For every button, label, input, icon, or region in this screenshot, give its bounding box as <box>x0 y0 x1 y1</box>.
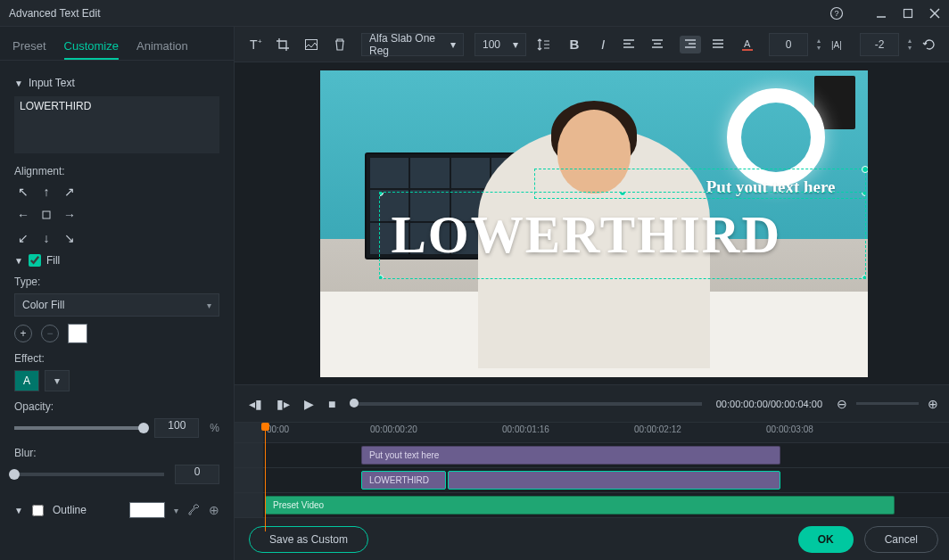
effect-label: Effect: <box>14 352 219 365</box>
eyedropper-icon[interactable] <box>187 504 200 516</box>
timeline-clip-text1[interactable]: Put yout text here <box>361 446 780 465</box>
color-swatch[interactable] <box>68 324 87 343</box>
zoom-slider[interactable] <box>856 402 919 405</box>
align-right-icon[interactable] <box>680 36 701 54</box>
timeline-ruler[interactable]: 00:00 00:00:00:20 00:00:01:16 00:00:02:1… <box>263 423 949 442</box>
playback-progress[interactable] <box>350 402 701 406</box>
reset-icon[interactable] <box>922 37 940 52</box>
preview-subtext[interactable]: Put yout text here <box>706 177 836 197</box>
alignment-label: Alignment: <box>14 165 219 177</box>
align-br-icon[interactable]: ↘ <box>61 229 78 247</box>
type-label: Type: <box>14 276 219 288</box>
preview-area: Put yout text here LOWERTHIRD <box>235 62 949 384</box>
close-icon[interactable] <box>929 8 940 19</box>
outline-checkbox[interactable] <box>32 505 44 516</box>
content-area: T+ Alfa Slab One Reg ▾ 100 ▾ B I A 0 ▴▾ … <box>235 27 949 560</box>
tab-preset[interactable]: Preset <box>12 34 46 60</box>
chevron-down-icon: ▾ <box>450 38 456 51</box>
svg-rect-9 <box>306 39 318 49</box>
blur-slider[interactable] <box>14 473 164 476</box>
chevron-down-icon: ▾ <box>174 506 178 515</box>
prev-frame-icon[interactable]: ◂▮ <box>249 397 262 411</box>
align-ml-icon[interactable]: ← <box>14 206 32 224</box>
preview-maintext[interactable]: LOWERTHIRD <box>392 204 843 266</box>
align-bl-icon[interactable]: ↙ <box>14 229 32 247</box>
bold-icon[interactable]: B <box>565 37 583 52</box>
align-tc-icon[interactable]: ↑ <box>37 183 55 201</box>
line-height-icon[interactable] <box>537 37 555 52</box>
align-left-icon[interactable] <box>623 38 640 51</box>
fill-checkbox[interactable] <box>29 254 41 267</box>
chevron-down-icon: ▾ <box>207 301 211 310</box>
minimize-icon[interactable] <box>876 8 887 19</box>
cancel-button[interactable]: Cancel <box>864 526 938 553</box>
effect-option-more[interactable]: ▾ <box>45 370 70 391</box>
align-justify-icon[interactable] <box>712 38 730 51</box>
italic-icon[interactable]: I <box>594 37 612 52</box>
collapse-icon: ▼ <box>14 78 23 88</box>
sidebar-tabs: Preset Customize Animation <box>0 27 234 61</box>
collapse-icon: ▼ <box>14 256 23 266</box>
letter-spacing-icon[interactable]: |A| <box>831 38 849 51</box>
opacity-slider[interactable] <box>14 426 144 430</box>
font-family-select[interactable]: Alfa Slab One Reg ▾ <box>361 33 464 56</box>
add-outline-icon[interactable]: ⊕ <box>209 503 219 517</box>
next-frame-icon[interactable]: ▮▸ <box>276 397 290 411</box>
input-text-field[interactable]: LOWERTHIRD <box>14 96 219 153</box>
ok-button[interactable]: OK <box>798 526 854 553</box>
blur-value[interactable]: 0 <box>175 465 219 484</box>
input-text-header[interactable]: ▼ Input Text <box>14 77 219 89</box>
stop-icon[interactable]: ■ <box>328 397 335 411</box>
align-bc-icon[interactable]: ↓ <box>37 229 55 247</box>
video-preview[interactable]: Put yout text here LOWERTHIRD <box>320 70 868 377</box>
timeline: 00:00 00:00:00:20 00:00:01:16 00:00:02:1… <box>235 422 949 517</box>
tab-animation[interactable]: Animation <box>136 34 188 60</box>
timeline-clip-text2b[interactable] <box>448 471 780 490</box>
titlebar: Advanced Text Edit ? <box>0 0 949 27</box>
kerning-input[interactable]: -2 <box>860 33 899 56</box>
align-tl-icon[interactable]: ↖ <box>14 183 32 201</box>
maximize-icon[interactable] <box>903 8 913 19</box>
align-center-icon[interactable] <box>651 38 669 51</box>
help-icon[interactable]: ? <box>829 6 844 21</box>
svg-text:A: A <box>744 38 751 49</box>
outline-header[interactable]: ▼ Outline ▾ ⊕ <box>14 502 219 518</box>
opacity-value[interactable]: 100 <box>154 418 199 438</box>
outline-color-swatch[interactable] <box>129 502 165 518</box>
spin-down-icon[interactable]: ▾ <box>817 45 821 52</box>
align-center-icon[interactable] <box>37 206 55 224</box>
delete-icon[interactable] <box>333 37 351 52</box>
play-icon[interactable]: ▶ <box>304 397 314 411</box>
sidebar: Preset Customize Animation ▼ Input Text … <box>0 27 235 560</box>
svg-rect-6 <box>43 211 50 218</box>
collapse-icon: ▼ <box>14 506 23 515</box>
zoom-out-icon[interactable]: ⊖ <box>837 397 847 411</box>
tab-customize[interactable]: Customize <box>64 34 119 60</box>
svg-text:|A|: |A| <box>831 40 842 50</box>
svg-rect-3 <box>904 9 912 17</box>
crop-icon[interactable] <box>276 37 293 52</box>
align-tr-icon[interactable]: ↗ <box>61 183 78 201</box>
fill-type-select[interactable]: Color Fill ▾ <box>14 293 219 317</box>
playback-bar: ◂▮ ▮▸ ▶ ■ 00:00:00:00/00:00:04:00 ⊖ ⊕ <box>235 384 949 422</box>
text-toolbar: T+ Alfa Slab One Reg ▾ 100 ▾ B I A 0 ▴▾ … <box>235 27 949 62</box>
align-mr-icon[interactable]: → <box>61 206 78 224</box>
window-title: Advanced Text Edit <box>9 7 829 20</box>
add-text-icon[interactable]: T+ <box>247 37 265 53</box>
image-icon[interactable] <box>304 37 322 52</box>
timeline-clip-video[interactable]: Preset Video <box>265 496 895 515</box>
text-color-icon[interactable]: A <box>740 37 758 52</box>
save-as-custom-button[interactable]: Save as Custom <box>249 526 368 553</box>
svg-text:T: T <box>250 37 258 52</box>
zoom-in-icon[interactable]: ⊕ <box>928 397 938 411</box>
char-spacing-input[interactable]: 0 <box>769 33 808 56</box>
remove-color-button[interactable]: − <box>41 325 59 342</box>
timeline-clip-text2[interactable]: LOWERTHIRD <box>361 471 446 490</box>
chevron-down-icon: ▾ <box>513 38 518 51</box>
fill-header[interactable]: ▼ Fill <box>14 254 219 267</box>
effect-option-1[interactable]: A <box>14 370 39 391</box>
playhead[interactable] <box>265 423 266 531</box>
add-color-button[interactable]: + <box>14 325 32 342</box>
spin-down-icon[interactable]: ▾ <box>908 45 912 52</box>
font-size-select[interactable]: 100 ▾ <box>474 33 526 56</box>
